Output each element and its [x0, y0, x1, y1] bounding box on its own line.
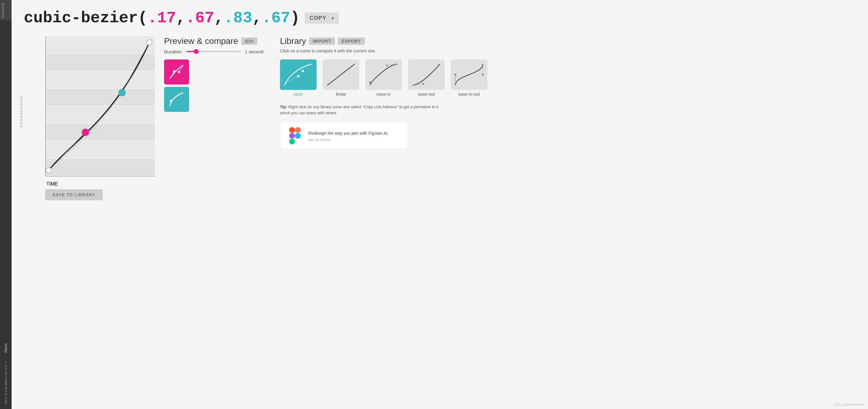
svg-point-16: [423, 83, 424, 85]
copy-dropdown-arrow[interactable]: ▾: [329, 16, 334, 21]
ad-box[interactable]: Redesign the way you jam with FigJam AI.…: [280, 122, 408, 149]
svg-rect-23: [295, 127, 301, 133]
svg-line-15: [413, 84, 423, 86]
ease-in-preview[interactable]: [365, 60, 402, 90]
end-point[interactable]: [147, 40, 152, 45]
linear-label: linear: [336, 92, 346, 97]
save-to-library-button[interactable]: SAVE TO LIBRARY: [45, 189, 103, 200]
ease-label: ease: [294, 92, 303, 97]
preview-curve-pink: [167, 63, 186, 81]
ad-text: Redesign the way you jam with FigJam AI.: [308, 130, 389, 137]
svg-point-4: [173, 70, 175, 72]
preview-curve-teal: [167, 90, 186, 108]
library-description: Click on a curve to compare it with the …: [280, 48, 856, 53]
svg-point-17: [438, 65, 439, 66]
duration-label: Duration:: [164, 49, 183, 54]
preview-boxes: [164, 60, 268, 112]
library-item-ease-in-out[interactable]: ease-in-out: [451, 60, 487, 97]
svg-line-8: [284, 76, 298, 84]
bezier-graph[interactable]: [45, 36, 155, 176]
tip-text: Tip: Right click on any library curve an…: [280, 104, 439, 116]
preview-box-current[interactable]: [164, 60, 189, 84]
ease-out-preview[interactable]: [408, 60, 445, 90]
progression-label: PROGRESSION: [20, 96, 23, 127]
duration-slider[interactable]: [186, 48, 241, 55]
donate-button[interactable]: DONATE: [0, 0, 11, 21]
svg-point-26: [295, 133, 301, 139]
copy-button[interactable]: COPY ▾: [305, 12, 339, 24]
svg-point-9: [297, 75, 300, 77]
linear-preview[interactable]: [323, 60, 359, 90]
export-button[interactable]: EXPORT: [338, 37, 365, 45]
made-by: Made by Lea Verou with care ✳: [3, 358, 9, 409]
svg-line-0: [49, 132, 85, 170]
preview-box-library[interactable]: [164, 87, 189, 112]
svg-point-7: [170, 100, 172, 102]
svg-line-1: [122, 42, 150, 93]
ease-in-out-label: ease-in-out: [458, 92, 480, 97]
time-label: TIME: [46, 181, 58, 187]
ease-in-out-preview[interactable]: [451, 60, 487, 90]
ease-in-label: ease-in: [377, 92, 391, 97]
control-point-2[interactable]: [118, 89, 126, 96]
preview-section: Preview & compare GO! Duration: 1 second: [164, 36, 268, 112]
library-item-ease[interactable]: ease: [280, 60, 317, 97]
header: cubic-bezier(.17,.67,.83,.67) COPY ▾: [24, 9, 856, 27]
duration-value: 1 second: [245, 49, 264, 54]
svg-line-2: [170, 71, 174, 79]
library-grid: ease linear: [280, 60, 856, 97]
svg-point-5: [178, 71, 180, 73]
preview-heading: Preview & compare GO!: [164, 36, 268, 46]
bezier-svg[interactable]: [46, 36, 156, 176]
ease-preview[interactable]: [280, 60, 317, 90]
graph-labels: TIME: [45, 181, 158, 187]
library-item-linear[interactable]: linear: [323, 60, 359, 97]
svg-rect-25: [289, 139, 295, 144]
bezier-editor: PROGRESSION: [24, 36, 158, 200]
author-link[interactable]: Lea Verou: [4, 378, 8, 391]
svg-point-21: [482, 74, 484, 76]
duration-row: Duration: 1 second: [164, 48, 268, 55]
svg-point-13: [369, 81, 371, 83]
control-point-1[interactable]: [82, 129, 89, 136]
start-point[interactable]: [46, 168, 52, 173]
main-content: cubic-bezier(.17,.67,.83,.67) COPY ▾ PRO…: [11, 0, 868, 212]
ease-out-label: ease-out: [418, 92, 435, 97]
copyright: ©2024 @BEPHARION: [834, 403, 864, 407]
about-link[interactable]: About: [2, 341, 9, 355]
content-row: PROGRESSION: [24, 36, 856, 200]
sidebar: DONATE About Made by Lea Verou with care…: [0, 0, 11, 409]
import-button[interactable]: IMPORT: [309, 37, 335, 45]
go-button[interactable]: GO!: [241, 37, 257, 45]
svg-point-20: [455, 74, 456, 76]
library-item-ease-in[interactable]: ease-in: [365, 60, 402, 97]
svg-point-10: [302, 70, 304, 72]
svg-rect-22: [289, 127, 295, 133]
library-section: Library IMPORT EXPORT Click on a curve t…: [280, 36, 856, 149]
svg-point-14: [386, 65, 388, 66]
figma-logo: [286, 127, 304, 144]
ads-label: ads via Carbon: [308, 138, 389, 141]
cubic-bezier-label: cubic-bezier(.17,.67,.83,.67): [24, 9, 300, 27]
library-heading: Library IMPORT EXPORT: [280, 36, 856, 46]
library-item-ease-out[interactable]: ease-out: [408, 60, 445, 97]
svg-rect-24: [289, 133, 295, 139]
